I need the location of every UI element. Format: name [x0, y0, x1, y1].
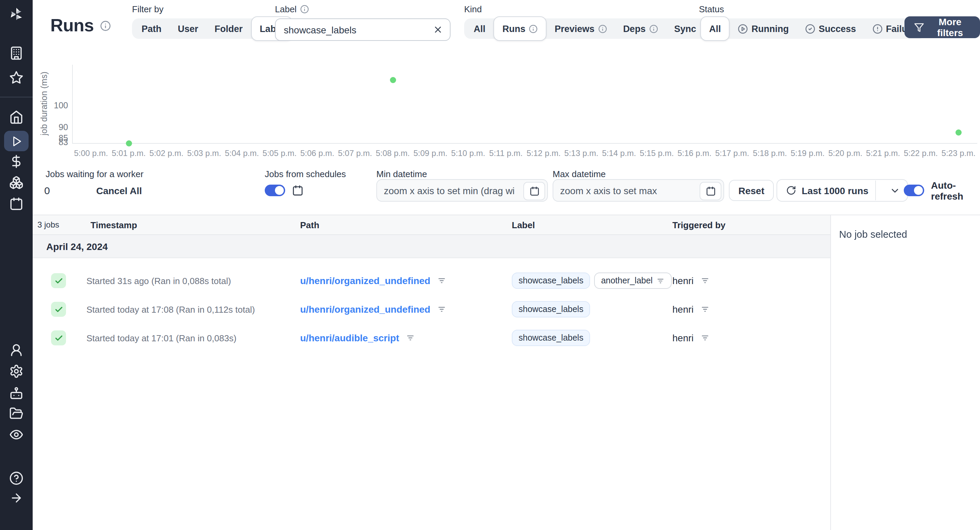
sidebar-item-settings[interactable] [9, 364, 24, 378]
min-datetime-field [376, 179, 548, 202]
cancel-all-button[interactable]: Cancel All [92, 184, 146, 196]
sidebar-item-variables[interactable] [9, 154, 24, 169]
x-tick-label: 5:04 p.m. [223, 148, 261, 158]
auto-refresh-label: Auto-refresh [931, 179, 980, 201]
filter-by-option-folder[interactable]: Folder [207, 24, 251, 34]
date-group-row: April 24, 2024 [33, 235, 830, 258]
page-title-text: Runs [50, 15, 94, 36]
col-label: Label [512, 220, 672, 230]
sidebar-item-runs[interactable] [4, 131, 29, 151]
label-search-input[interactable] [282, 24, 433, 36]
filter-by-label-icon[interactable] [656, 276, 665, 285]
reset-wrap: Reset [729, 180, 774, 201]
kind-option-runs[interactable]: Runs [494, 16, 547, 41]
x-tick-label: 5:14 p.m. [600, 148, 638, 158]
filter-by-user-icon[interactable] [700, 333, 710, 343]
schedules-calendar-icon[interactable] [292, 185, 304, 196]
kind-option-deps-text: Deps [623, 24, 646, 34]
jobs-waiting-count: 0 [44, 185, 50, 196]
chart-point[interactable] [390, 77, 396, 83]
sidebar-item-schedules[interactable] [9, 196, 24, 211]
label-chip[interactable]: showcase_labels [512, 330, 590, 346]
windmill-logo[interactable] [8, 6, 24, 22]
sidebar-item-audit-logs[interactable] [9, 428, 24, 442]
status-option-all[interactable]: All [700, 16, 730, 41]
x-tick-label: 5:05 p.m. [261, 148, 298, 158]
more-filters-label: More filters [930, 16, 970, 38]
runs-table: 3 jobs Timestamp Path Label Triggered by… [33, 215, 830, 530]
filter-by-user-icon[interactable] [700, 276, 710, 286]
more-filters-button[interactable]: More filters [904, 16, 980, 38]
filter-by-path-icon[interactable] [406, 333, 415, 343]
reset-button[interactable]: Reset [729, 180, 774, 201]
y-tick-label: 90 [33, 122, 68, 132]
auto-refresh-toggle[interactable] [904, 185, 924, 196]
min-datetime-input[interactable] [377, 185, 547, 196]
label-chip[interactable]: showcase_labels [512, 273, 590, 289]
last-runs-button[interactable]: Last 1000 runs [776, 179, 908, 202]
table-header: 3 jobs Timestamp Path Label Triggered by [33, 215, 830, 235]
no-job-selected-text: No job selected [839, 229, 980, 240]
run-path-link[interactable]: u/henri/audible_script [300, 332, 399, 343]
max-datetime-input[interactable] [553, 185, 724, 196]
success-check-icon [51, 273, 66, 288]
x-tick-label: 5:12 p.m. [525, 148, 563, 158]
sidebar-item-workers[interactable] [9, 386, 24, 400]
favorites-star-icon[interactable] [9, 70, 24, 85]
x-tick-label: 5:22 p.m. [902, 148, 940, 158]
min-datetime-label: Min datetime [376, 169, 427, 179]
x-tick-label: 5:03 p.m. [185, 148, 223, 158]
expand-sidebar-icon[interactable] [10, 491, 23, 505]
filter-by-path-icon[interactable] [437, 276, 447, 286]
run-timestamp: Started today at 17:01 (Ran in 0,083s) [86, 333, 300, 343]
filter-by-option-user[interactable]: User [170, 24, 207, 34]
x-tick-label: 5:09 p.m. [412, 148, 450, 158]
label-chip[interactable]: another_label [594, 273, 672, 289]
sidebar-item-account[interactable] [9, 343, 24, 357]
main-content: Runs Filter by Path User Folder Label La… [33, 0, 980, 530]
chart-y-axis-line [72, 65, 73, 143]
status-option-success[interactable]: Success [797, 24, 864, 34]
sidebar [0, 0, 33, 530]
last-runs-wrap: Last 1000 runs [776, 180, 908, 201]
triggered-by-user: henri [672, 304, 694, 315]
sidebar-item-folders[interactable] [9, 406, 24, 421]
kind-option-deps[interactable]: Deps [615, 24, 666, 34]
auto-refresh-wrap: Auto-refresh [904, 180, 980, 201]
clear-label-icon[interactable] [433, 24, 443, 35]
jobs-from-schedules-toggle[interactable] [265, 185, 285, 196]
run-path-link[interactable]: u/henri/organized_undefined [300, 275, 430, 286]
filter-by-option-path[interactable]: Path [134, 24, 170, 34]
x-tick-label: 5:21 p.m. [864, 148, 902, 158]
previews-info-icon [598, 24, 607, 33]
chart-point[interactable] [956, 129, 962, 135]
help-icon[interactable] [9, 471, 24, 485]
x-tick-label: 5:23 p.m. [940, 148, 977, 158]
table-row[interactable]: Started today at 17:08 (Ran in 0,112s to… [33, 295, 830, 324]
sidebar-item-resources[interactable] [9, 176, 24, 190]
filter-by-label: Filter by [132, 4, 294, 14]
kind-option-previews-text: Previews [555, 24, 595, 34]
label-chip[interactable]: showcase_labels [512, 301, 590, 318]
status-option-running[interactable]: Running [730, 24, 797, 34]
chart-point[interactable] [126, 140, 132, 146]
runs-info-icon[interactable] [100, 20, 111, 31]
filter-by-user-icon[interactable] [700, 305, 710, 314]
table-row[interactable]: Started 31s ago (Ran in 0,088s total) u/… [33, 267, 830, 295]
col-triggered-by: Triggered by [672, 220, 830, 230]
kind-option-all[interactable]: All [466, 24, 494, 34]
table-row[interactable]: Started today at 17:01 (Ran in 0,083s) u… [33, 324, 830, 352]
label-info-icon[interactable] [300, 5, 309, 14]
max-datetime-field [553, 179, 724, 202]
min-datetime-calendar-icon[interactable] [523, 182, 545, 200]
running-status-icon [738, 24, 748, 34]
deps-info-icon [649, 24, 658, 33]
filter-by-path-icon[interactable] [437, 305, 447, 314]
run-path-link[interactable]: u/henri/organized_undefined [300, 304, 430, 315]
x-tick-label: 5:10 p.m. [449, 148, 487, 158]
workspace-icon[interactable] [9, 46, 24, 60]
sidebar-item-home[interactable] [9, 110, 24, 125]
kind-option-previews[interactable]: Previews [546, 24, 615, 34]
x-tick-label: 5:15 p.m. [638, 148, 676, 158]
max-datetime-calendar-icon[interactable] [700, 182, 721, 200]
